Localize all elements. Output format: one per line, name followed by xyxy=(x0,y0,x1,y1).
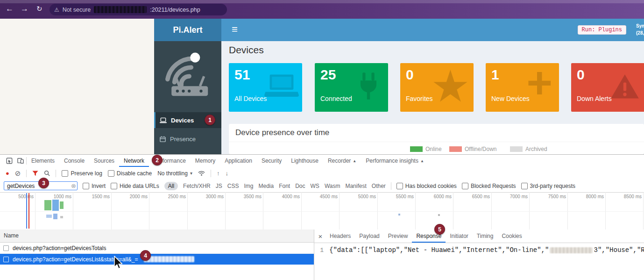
detail-tab-preview[interactable]: Preview xyxy=(384,230,412,243)
filter-type-ws[interactable]: WS xyxy=(311,183,319,189)
detail-tab-timing[interactable]: Timing xyxy=(473,230,498,243)
stat-card-connected[interactable]: 25 Connected xyxy=(315,63,388,112)
has-blocked-cookies-checkbox[interactable]: Has blocked cookies xyxy=(396,183,457,189)
checkbox-box xyxy=(62,170,68,177)
redacted-query-param xyxy=(144,256,194,262)
throttling-select[interactable]: No throttling ▾ xyxy=(157,170,192,177)
blocked-requests-checkbox[interactable]: Blocked Requests xyxy=(462,183,516,189)
star-icon: ★ xyxy=(433,67,468,106)
third-party-requests-checkbox[interactable]: 3rd-party requests xyxy=(521,183,575,189)
tab-security[interactable]: Security xyxy=(257,155,286,167)
legend-swatch-online xyxy=(410,146,423,152)
run-plugins-button[interactable]: Run: Plugins xyxy=(578,25,626,35)
filter-type-font[interactable]: Font xyxy=(279,183,290,189)
sidebar-item-label: Devices xyxy=(171,117,194,124)
panel-title: Device presence over time xyxy=(235,128,329,137)
network-request-row[interactable]: devices.php?action=getDevicesTotals xyxy=(0,243,314,254)
clear-button[interactable]: ⊘ xyxy=(15,170,21,177)
sidebar-item-devices[interactable]: Devices xyxy=(154,112,227,128)
navbar-corner-text: Sym (28, xyxy=(636,22,644,36)
network-conditions-icon[interactable] xyxy=(198,171,205,176)
search-icon[interactable] xyxy=(44,170,50,176)
detail-tab-initiator[interactable]: Initiator xyxy=(446,230,472,243)
tab-elements[interactable]: Elements xyxy=(27,155,59,167)
stat-card-all-devices[interactable]: 51 All Devices xyxy=(229,63,302,112)
tab-performance-insights[interactable]: Performance insights▲ xyxy=(361,155,429,167)
filter-type-other[interactable]: Other xyxy=(372,183,386,189)
filter-type-img[interactable]: Img xyxy=(244,183,253,189)
overview-divider xyxy=(0,211,644,212)
network-request-row-selected[interactable]: devices.php?action=getDevicesList&status… xyxy=(0,254,314,265)
not-secure-label: Not secure xyxy=(63,7,91,13)
record-button[interactable]: ● xyxy=(6,170,9,176)
invert-checkbox[interactable]: Invert xyxy=(83,183,106,189)
hide-data-urls-checkbox[interactable]: Hide data URLs xyxy=(111,183,159,189)
refresh-icon[interactable]: ↻ xyxy=(36,5,42,13)
inspect-icon[interactable] xyxy=(4,158,15,164)
response-text: 3","House","Router",0,"Always on" xyxy=(594,246,644,254)
stat-card-new-devices[interactable]: 1 New Devices + xyxy=(486,63,559,112)
import-har-icon[interactable]: ↑ xyxy=(217,170,220,177)
divider xyxy=(391,182,391,190)
response-text: {"data":[["laptop","Net - Huawei","Inter… xyxy=(329,246,549,254)
redacted-host xyxy=(94,6,147,13)
annotation-step-3: 3 xyxy=(38,178,49,188)
network-overview[interactable]: 500 ms 1000 ms 1500 ms 2000 ms 2500 ms 3… xyxy=(0,192,644,230)
card-value: 0 xyxy=(406,67,414,83)
tab-recorder[interactable]: Recorder▲ xyxy=(323,155,361,167)
sidebar-item-presence[interactable]: Presence xyxy=(154,131,227,147)
filter-toggle-icon[interactable] xyxy=(32,171,38,176)
tab-label: Lighthouse xyxy=(291,158,318,164)
export-har-icon[interactable]: ↓ xyxy=(225,170,228,177)
tab-console[interactable]: Console xyxy=(59,155,89,167)
request-list: Name devices.php?action=getDevicesTotals… xyxy=(0,230,314,280)
overview-bar xyxy=(438,214,440,216)
timeline-tick: 6500 ms xyxy=(464,194,490,199)
detail-tab-cookies[interactable]: Cookies xyxy=(497,230,526,243)
detail-tab-headers[interactable]: Headers xyxy=(326,230,355,243)
device-toolbar-icon[interactable] xyxy=(15,158,26,164)
tab-lighthouse[interactable]: Lighthouse xyxy=(286,155,323,167)
filter-type-doc[interactable]: Doc xyxy=(295,183,305,189)
response-content[interactable]: 1 {"data":[["laptop","Net - Huawei","Int… xyxy=(314,246,644,254)
menu-toggle-icon[interactable]: ≡ xyxy=(232,23,238,36)
card-value: 25 xyxy=(320,67,336,83)
disable-cache-checkbox[interactable]: Disable cache xyxy=(108,170,152,177)
tab-sources[interactable]: Sources xyxy=(89,155,119,167)
laptop-icon xyxy=(264,72,299,102)
network-toolbar: ● ⊘ Preserve log Disable cache xyxy=(0,167,644,180)
stat-card-down-alerts[interactable]: 0 Down Alerts xyxy=(571,63,644,112)
filter-type-css[interactable]: CSS xyxy=(227,183,239,189)
tab-application[interactable]: Application xyxy=(220,155,257,167)
tab-memory[interactable]: Memory xyxy=(191,155,220,167)
back-icon[interactable]: ← xyxy=(6,4,14,14)
app-logo[interactable]: Pi.Alert xyxy=(154,19,221,41)
main-content: Devices 51 All Devices 25 Connected xyxy=(221,41,644,154)
filter-type-manifest[interactable]: Manifest xyxy=(345,183,366,189)
divider xyxy=(26,170,27,177)
checkbox-label: Has blocked cookies xyxy=(405,183,457,189)
legend-swatch-archived xyxy=(510,146,523,152)
overview-bar xyxy=(44,200,51,210)
close-detail-icon[interactable]: × xyxy=(315,232,326,240)
calendar-icon xyxy=(160,136,166,142)
card-value: 51 xyxy=(234,67,250,83)
tab-label: Security xyxy=(262,158,282,164)
checkbox-box xyxy=(462,183,468,189)
detail-tab-payload[interactable]: Payload xyxy=(355,230,383,243)
tab-network[interactable]: Network xyxy=(119,155,149,167)
filter-type-media[interactable]: Media xyxy=(258,183,274,189)
forward-icon[interactable]: → xyxy=(21,4,28,14)
chevron-down-icon: ▾ xyxy=(190,171,192,176)
filter-type-all[interactable]: All xyxy=(164,182,178,190)
tab-label: Elements xyxy=(31,158,55,164)
clear-filter-icon[interactable]: ⊗ xyxy=(71,182,76,189)
page-title: Devices xyxy=(229,44,264,56)
filter-type-js[interactable]: JS xyxy=(216,183,222,189)
address-bar[interactable]: ⚠ Not secure :20211/devices.php xyxy=(50,4,227,15)
filter-type-wasm[interactable]: Wasm xyxy=(325,183,340,189)
preserve-log-checkbox[interactable]: Preserve log xyxy=(62,170,102,177)
filter-type-fetch-xhr[interactable]: Fetch/XHR xyxy=(183,183,211,189)
request-list-header[interactable]: Name xyxy=(0,230,314,243)
stat-card-favorites[interactable]: 0 Favorites ★ xyxy=(400,63,474,112)
